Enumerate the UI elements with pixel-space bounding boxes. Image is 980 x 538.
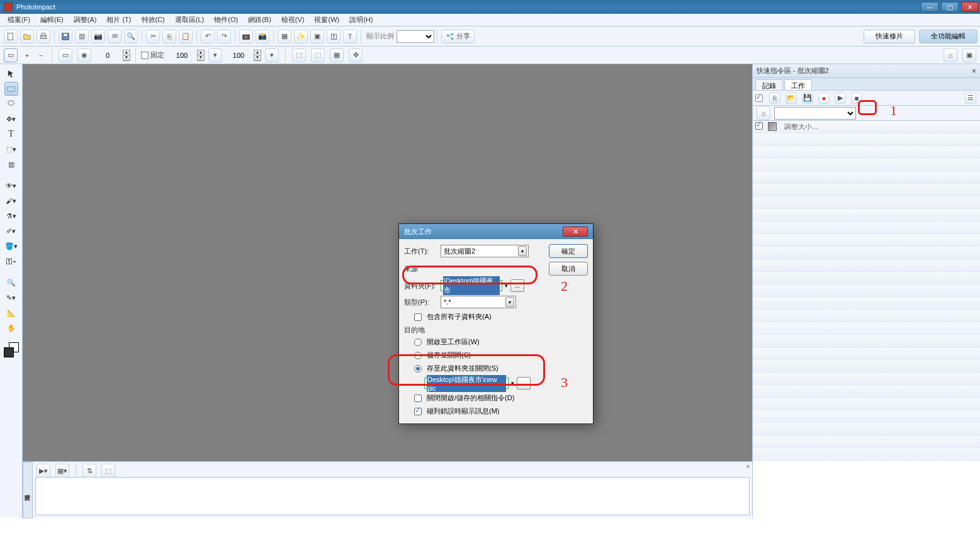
dest-folder-input[interactable]: Desktop\德國夜市\new pic (424, 378, 509, 389)
tab-task[interactable]: 工作 (784, 79, 812, 90)
tb-print[interactable] (37, 30, 50, 43)
color-swatch[interactable] (4, 342, 19, 357)
sp-combo[interactable] (774, 107, 856, 120)
menu-adjust[interactable]: 調整(A) (69, 14, 102, 26)
tool-erase[interactable]: ✐▾ (4, 224, 18, 238)
tool-text[interactable]: T (4, 127, 18, 141)
opt-width[interactable] (169, 50, 194, 61)
opt-zero-spin[interactable]: ▲▼ (123, 50, 130, 61)
filmstrip-close[interactable]: × (746, 463, 750, 470)
sp-new[interactable]: ⎘ (769, 92, 780, 104)
menu-object[interactable]: 物件(O) (209, 14, 243, 26)
tb-crop2[interactable]: ▣ (310, 30, 324, 43)
opt-home-icon[interactable]: ⌂ (943, 48, 957, 62)
tb-email[interactable]: ✉ (108, 30, 121, 43)
tool-eyedrop[interactable]: ✎▾ (4, 291, 18, 305)
menu-help[interactable]: 說明(H) (344, 14, 378, 26)
opt-x-icon[interactable]: ▣ (962, 48, 976, 62)
tool-slice[interactable]: ▥ (4, 157, 18, 171)
menu-view[interactable]: 檢視(V) (276, 14, 310, 26)
sp-save[interactable]: 💾 (802, 92, 813, 104)
dialog-title-bar[interactable]: 批次工作 ✕ (399, 224, 593, 239)
show-error-check[interactable] (414, 408, 422, 415)
task-combo[interactable]: 批次縮圖2▾ (441, 245, 529, 257)
tb-open[interactable] (20, 30, 34, 43)
source-folder-input[interactable]: \Desktop\德國夜市 (441, 280, 502, 291)
tb-cut[interactable]: ✂ (146, 30, 160, 43)
tb-redo[interactable]: ↷ (217, 30, 231, 43)
tool-zoom[interactable]: 🔍 (4, 276, 18, 289)
sp-stop[interactable]: ■ (851, 92, 862, 104)
sp-home-icon[interactable]: ⌂ (757, 106, 770, 120)
menu-effect[interactable]: 特效(C) (137, 14, 170, 26)
ok-button[interactable]: 確定 (549, 244, 588, 258)
tool-brush[interactable]: 🖌▾ (4, 194, 18, 208)
tb-camera[interactable] (239, 30, 253, 43)
tool-transform[interactable]: ✥▾ (4, 112, 18, 126)
cancel-button[interactable]: 取消 (549, 262, 588, 276)
mode-quick[interactable]: 快速修片 (864, 30, 915, 43)
task-item-check[interactable] (755, 122, 763, 130)
opt-b4[interactable]: ✥ (349, 48, 363, 62)
save-folder-close-radio[interactable] (414, 365, 422, 373)
menu-web[interactable]: 網路(B) (243, 14, 276, 26)
menu-window[interactable]: 視窗(W) (309, 14, 344, 26)
type-combo[interactable]: *.*▾ (441, 296, 516, 308)
tb-slice[interactable]: ▦ (278, 30, 291, 43)
tb-browse[interactable]: ▥ (75, 30, 89, 43)
fs-play[interactable]: ▶▾ (37, 464, 50, 478)
side-panel-close[interactable]: × (972, 67, 976, 76)
save-close-radio[interactable] (414, 352, 422, 359)
tb-text[interactable]: T (343, 30, 357, 43)
task-list[interactable]: 調整大小... (753, 121, 980, 518)
include-sub-check[interactable] (414, 313, 422, 321)
tool-stamp[interactable]: ⚿▾ (4, 254, 18, 268)
tool-hand[interactable]: ✋ (4, 321, 18, 335)
sp-record[interactable]: ● (818, 92, 830, 104)
fs-thumb[interactable]: ⬚ (101, 464, 115, 478)
fg-color[interactable] (4, 347, 14, 357)
sp-open[interactable]: 📂 (786, 92, 797, 104)
tool-marquee[interactable] (4, 82, 18, 96)
open-workspace-radio[interactable] (414, 339, 422, 346)
opt-sub[interactable]: − (37, 48, 45, 62)
tb-undo[interactable]: ↶ (201, 30, 215, 43)
tb-preview[interactable]: 🔍 (124, 30, 138, 43)
tb-share-icon[interactable]: 分享 (441, 30, 475, 43)
maximize-button[interactable]: ▢ (941, 2, 959, 12)
menu-selection[interactable]: 選取區(L) (170, 14, 209, 26)
tb-scan[interactable]: 📷 (91, 30, 105, 43)
tb-save[interactable] (59, 30, 72, 43)
dialog-close-button[interactable]: ✕ (563, 227, 588, 237)
tool-crop[interactable]: ⬚▾ (4, 142, 18, 156)
tab-record[interactable]: 記錄 (755, 79, 783, 90)
opt-b2[interactable]: ⬚ (311, 48, 325, 62)
sp-play[interactable]: ▶ (835, 92, 846, 104)
mode-full[interactable]: 全功能編輯 (919, 30, 977, 43)
task-list-item[interactable]: 調整大小... (753, 121, 980, 133)
opt-fixed[interactable]: ◉ (77, 48, 91, 62)
menu-edit[interactable]: 編輯(E) (35, 14, 69, 26)
close-button[interactable]: ✕ (961, 2, 979, 12)
tool-fill[interactable]: 🪣▾ (4, 239, 18, 253)
tool-measure[interactable]: 📐 (4, 306, 18, 320)
opt-w-spin[interactable]: ▲▼ (197, 50, 205, 61)
sp-batch-run[interactable]: ☰ (965, 92, 976, 104)
close-open-cmds-check[interactable] (414, 395, 422, 402)
zoom-combo[interactable] (397, 30, 434, 43)
sp-check-all[interactable] (755, 94, 763, 102)
tb-copy[interactable]: ⎘ (162, 30, 176, 43)
source-browse-button[interactable]: ... (510, 279, 524, 292)
tool-pointer[interactable] (4, 67, 18, 81)
tb-camera2[interactable]: 📸 (256, 30, 269, 43)
fs-grid[interactable]: ▦▾ (55, 464, 69, 478)
opt-b1[interactable]: ⬚ (292, 48, 306, 62)
opt-b3[interactable]: ▦ (330, 48, 344, 62)
filmstrip-tab[interactable]: 文件管理區 (23, 462, 33, 518)
dest-browse-button[interactable]: ... (517, 377, 531, 389)
opt-h-dd[interactable]: ▾ (265, 48, 279, 62)
menu-file[interactable]: 檔案(F) (3, 14, 35, 26)
tb-stamp[interactable]: ⚿ (327, 30, 341, 43)
opt-height[interactable] (226, 50, 251, 61)
tool-retouch[interactable]: 👁▾ (4, 179, 18, 193)
